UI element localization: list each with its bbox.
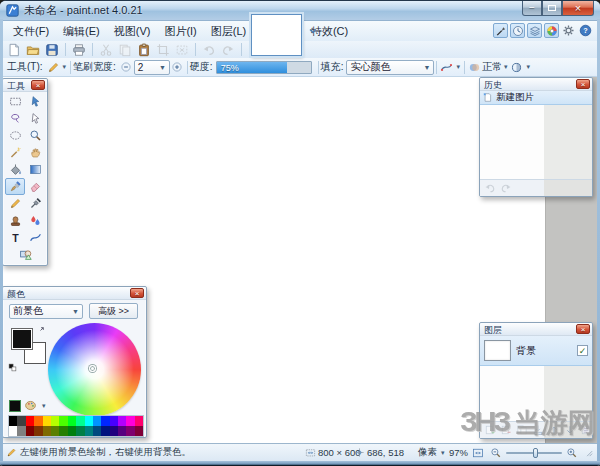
palette-swatch[interactable] [51,416,59,426]
current-tool-button[interactable] [46,60,61,75]
brush-width-decrease-button[interactable] [119,60,134,75]
move-layer-down-button[interactable] [564,424,576,437]
palette-swatch[interactable] [26,426,34,436]
color-mode-combo[interactable]: 前景色▼ [9,304,83,319]
zoom-tool[interactable] [25,127,45,144]
ellipse-select-tool[interactable] [5,127,25,144]
blend-mode-dropdown-arrow[interactable]: ▾ [504,63,508,71]
move-layer-up-button[interactable] [548,424,560,437]
palette-swatch[interactable] [43,426,51,436]
brush-width-combo[interactable]: 2▼ [134,60,170,75]
palette-swatch[interactable] [93,426,101,436]
palette-swatch[interactable] [101,426,109,436]
tools-panel-titlebar[interactable]: 工具 × [3,79,47,92]
palette-swatch[interactable] [118,416,126,426]
curve-style-button[interactable] [439,60,454,75]
history-item[interactable]: 新建图片 [480,91,592,105]
shapes-tool[interactable] [5,246,45,263]
reset-colors-icon[interactable] [8,363,17,372]
fill-style-combo[interactable]: 实心颜色▼ [346,60,434,75]
palette-swatch[interactable] [118,426,126,436]
rect-select-tool[interactable] [5,93,25,110]
layer-row[interactable]: 背景✓ [480,336,592,366]
palette-swatch[interactable] [93,416,101,426]
menu-item-4[interactable]: 图片(I) [157,22,203,41]
palette-swatch[interactable] [110,426,118,436]
color-wheel[interactable] [48,323,141,416]
menu-item-1[interactable]: 文件(F) [6,22,56,41]
layer-visibility-checkbox[interactable]: ✓ [577,345,588,356]
paste-button[interactable] [136,42,152,57]
zoom-slider-thumb[interactable] [533,448,538,458]
palette-swatch[interactable] [126,426,134,436]
layer-properties-button[interactable] [580,424,592,437]
maximize-button[interactable] [542,1,562,16]
palette-swatch[interactable] [135,416,143,426]
palette-swatch[interactable] [85,426,93,436]
print-button[interactable] [71,42,87,57]
palette-swatch[interactable] [9,426,17,436]
layers-window-toggle[interactable] [527,23,542,38]
palette-swatch[interactable] [51,426,59,436]
pan-tool[interactable] [25,144,45,161]
layers-panel-titlebar[interactable]: 图层 × [480,323,592,336]
history-undo-icon[interactable] [484,182,496,194]
palette-swatch[interactable] [9,416,17,426]
palette-swatch[interactable] [34,426,42,436]
close-icon[interactable]: × [130,288,144,298]
lasso-tool[interactable] [5,110,25,127]
palette-swatch[interactable] [85,416,93,426]
curve-style-dropdown-arrow[interactable]: ▾ [456,63,460,71]
palette-swatch[interactable] [43,416,51,426]
eraser-tool[interactable] [25,178,45,195]
paint-bucket-tool[interactable] [5,161,25,178]
pencil-tool[interactable] [5,195,25,212]
recolor-tool[interactable] [25,212,45,229]
palette-dropdown-arrow[interactable]: ▾ [42,402,46,410]
advanced-colors-button[interactable]: 高级 >> [89,303,138,319]
units-dropdown[interactable]: 像素 ▾ [418,446,447,459]
magic-wand-tool[interactable] [5,144,25,161]
help-button[interactable]: ? [578,23,593,38]
close-icon[interactable]: × [31,80,45,90]
zoom-out-button[interactable] [490,447,502,459]
image-list-chevron-icon[interactable] [307,25,319,37]
zoom-slider[interactable] [506,452,562,454]
line-curve-tool[interactable] [25,229,45,246]
gradient-tool[interactable] [25,161,45,178]
new-document-button[interactable] [6,42,22,57]
settings-button[interactable] [561,23,576,38]
palette-swatch[interactable] [135,426,143,436]
color-wheel-selector[interactable] [89,365,96,372]
swap-colors-icon[interactable] [36,326,45,335]
brush-width-increase-button[interactable] [170,60,185,75]
menu-item-2[interactable]: 编辑(E) [56,22,107,41]
menu-item-5[interactable]: 图层(L) [204,22,253,41]
delete-layer-button[interactable] [500,424,512,437]
add-layer-button[interactable] [484,424,496,437]
antialias-button[interactable] [509,60,524,75]
close-icon[interactable]: × [576,324,590,334]
resize-grip-icon[interactable] [584,448,594,458]
text-tool[interactable]: T [5,229,25,246]
blend-mode-button[interactable] [467,60,482,75]
history-window-toggle[interactable] [510,23,525,38]
zoom-in-button[interactable] [566,447,578,459]
close-icon[interactable]: × [576,79,590,89]
menu-item-3[interactable]: 视图(V) [107,22,158,41]
antialias-dropdown-arrow[interactable]: ▾ [526,63,530,71]
palette-swatch[interactable] [68,426,76,436]
move-selection-tool[interactable] [25,110,45,127]
colors-panel-titlebar[interactable]: 颜色 × [3,287,146,300]
foreground-color-swatch[interactable] [11,328,33,350]
clone-stamp-tool[interactable] [5,212,25,229]
fit-window-button[interactable] [472,447,484,459]
move-pixels-tool[interactable] [25,93,45,110]
tool-dropdown-arrow[interactable]: ▾ [63,63,67,71]
hardness-slider[interactable]: 75% [216,61,312,74]
duplicate-layer-button[interactable] [516,424,528,437]
open-folder-button[interactable] [25,42,41,57]
palette-color-chip[interactable] [9,400,21,412]
palette-swatch[interactable] [68,416,76,426]
palette-swatch[interactable] [26,416,34,426]
